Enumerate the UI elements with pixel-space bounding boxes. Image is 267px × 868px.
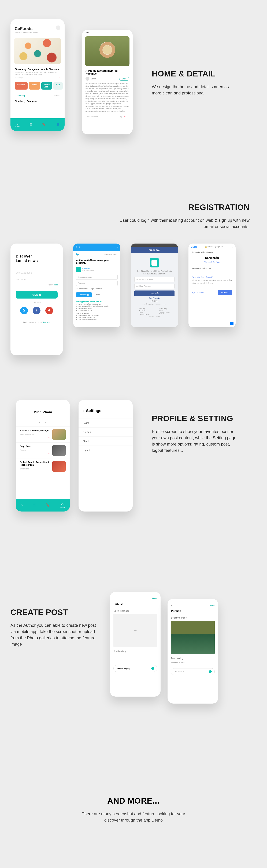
url-label: 🔒 accounts.google.com [205, 246, 224, 248]
fb-password-input[interactable]: Mật khẩu Facebook [134, 284, 174, 289]
nav-home-icon[interactable]: ⌂ [21, 503, 23, 507]
heading-label: Post heading [168, 654, 218, 661]
article-title[interactable]: Strawberry, Orange and Vanilla Chia Jam [10, 66, 65, 71]
phone-login: Discover Latest news EMAIL ADDRESS PASSW… [10, 244, 63, 355]
back-icon[interactable]: ‹ [83, 409, 84, 412]
category-select[interactable]: Health Care [171, 668, 215, 675]
hero-image[interactable] [14, 38, 61, 64]
fb-login-button[interactable]: Đăng nhập [134, 290, 174, 296]
section-desc: There are many screenshot and feature lo… [81, 811, 186, 823]
signup-link[interactable]: Sign up for Twitter › [104, 254, 118, 255]
authorize-button[interactable]: Authorize app [76, 292, 92, 297]
article-subtitle: Last weekend I went to the markets on Su… [10, 71, 65, 77]
post-row[interactable]: Jago Food 3 years ago [16, 442, 70, 458]
share-button[interactable]: Share [119, 77, 129, 81]
bookmark-icon[interactable]: ☐ [128, 116, 129, 118]
fb-later-link[interactable]: Lúc khác [131, 300, 178, 302]
category-select[interactable]: Select Category [113, 665, 157, 672]
email-field[interactable]: EMAIL ADDRESS [10, 269, 63, 275]
perm-item: Read Tweets from your timeline. [78, 303, 118, 305]
section-title: PROFILE & SETTING [152, 414, 239, 423]
tab-count-2[interactable]: 6 [45, 421, 46, 423]
back-icon[interactable]: ‹ [113, 597, 114, 600]
next-button[interactable]: Next [152, 597, 157, 600]
phone-facebook: facebook Hãy đăng nhập vào tài khoản Fac… [131, 244, 178, 327]
fb-help[interactable]: Bạn cần trợ giúp? · Trung tâm trợ giúp [131, 303, 178, 305]
close-icon[interactable] [116, 246, 118, 249]
more-link[interactable]: more > [54, 94, 60, 97]
section-desc: User could login with their existing acc… [110, 217, 249, 230]
post-row[interactable]: Blackfriars Railway Bridge a few seconds… [16, 427, 70, 442]
trending-label: Trending [15, 94, 25, 97]
dropdown-icon [209, 670, 212, 673]
settings-item-rating[interactable]: Rating [78, 418, 133, 427]
author-name: Sarah [91, 78, 96, 80]
google-button[interactable]: G [45, 307, 53, 314]
forgot-link[interactable]: Forgot? Reset [10, 282, 63, 289]
nav-list-icon[interactable]: ☰ [30, 123, 32, 127]
nav-bookmark-icon[interactable]: 🔖 [46, 503, 50, 507]
perm-item: Post Tweets for you. [78, 310, 118, 311]
fb-create-link[interactable]: Tạo tài khoản [131, 297, 178, 299]
email-input[interactable] [192, 271, 232, 274]
heart-icon[interactable]: ♡ [48, 453, 50, 455]
share-icon[interactable]: ↑ [230, 322, 233, 325]
refresh-icon[interactable]: ↻ [231, 246, 233, 248]
fb-email-input[interactable]: Số di động hoặc email [134, 277, 174, 282]
bottom-nav: ⌂Home ☰ 🔖 👤 [10, 118, 65, 131]
select-image-label: Select the image [168, 614, 218, 621]
settings-item-about[interactable]: About [78, 436, 133, 445]
image-picker[interactable]: ＋ [113, 614, 157, 647]
author-avatar[interactable] [86, 77, 89, 81]
chat-icon[interactable]: 💬 [120, 116, 122, 118]
tab-count-1[interactable]: 2 [39, 421, 40, 423]
avatar-icon[interactable] [56, 26, 60, 30]
twitter-icon: 🐦 [76, 253, 79, 256]
back-link[interactable]: ‹ Đăng nhập bằng Google [189, 250, 236, 254]
signin-button[interactable]: SIGN IN [16, 291, 58, 299]
select-image-label: Select the image [110, 607, 161, 614]
heading-value[interactable]: post title is here [168, 661, 218, 664]
comment-field[interactable]: Add a comment... [86, 116, 99, 118]
category-main[interactable]: Main [54, 82, 63, 90]
forgot-email-link[interactable]: Bạn quên địa chỉ email? [192, 276, 232, 278]
phone-google: Cancel 🔒 accounts.google.com ↻ ‹ Đăng nh… [189, 244, 236, 327]
section-desc: Profile screen to show your favorites po… [152, 428, 239, 454]
category-desserts[interactable]: Desserts [15, 82, 28, 90]
nav-profile-icon[interactable]: 👤 [56, 123, 60, 127]
twitter-button[interactable]: 𝕏 [20, 307, 28, 314]
register-link[interactable]: Don't have an account? Register [10, 321, 63, 323]
settings-item-logout[interactable]: Logout [78, 445, 133, 455]
nav-settings[interactable]: ⚙Setting [60, 502, 65, 508]
detail-title: A Middle Eastern Inspired Hummus [82, 67, 133, 77]
next-button[interactable]: Tiếp theo [218, 290, 232, 295]
next-button[interactable]: Next [210, 604, 215, 607]
cancel-button[interactable]: Cancel [191, 246, 197, 248]
app-logo: CeFoods [15, 26, 60, 31]
settings-item-help[interactable]: Get help [78, 427, 133, 436]
category-drinks[interactable]: Drinks [29, 82, 40, 90]
like-icon[interactable]: ♥ [125, 116, 126, 118]
password-field[interactable]: PASSWORD [10, 275, 63, 282]
back-icon[interactable]: ‹ [171, 604, 172, 607]
create-account-link[interactable]: Tạo tài khoản [192, 291, 204, 294]
image-picker[interactable] [171, 621, 215, 654]
password-input[interactable]: Password [76, 281, 118, 286]
remember-row[interactable]: ☐ Remember me · Forgot password? [73, 287, 121, 291]
cancel-button[interactable]: Cancel [93, 292, 102, 297]
post-time: a few seconds ago [20, 433, 50, 435]
login-title: Đăng nhập [189, 254, 236, 261]
trending-item[interactable]: Strawberry, Orange and [10, 99, 65, 104]
category-health[interactable]: Health Care [41, 82, 52, 90]
fb-languages[interactable]: Tiếng Việt中文(台灣) 日本語Français (France) En… [131, 305, 178, 316]
heart-icon[interactable]: ♡ [48, 437, 50, 439]
nav-list-icon[interactable]: ☰ [33, 503, 36, 507]
post-row[interactable]: Grilled Peach, Proscuitto & Rocket Pizza… [16, 458, 70, 474]
heart-icon[interactable]: ♡ [59, 77, 60, 79]
username-input[interactable]: Username or email [76, 275, 118, 280]
heading-input[interactable] [113, 657, 157, 663]
facebook-button[interactable]: f [33, 307, 40, 314]
nav-bookmark-icon[interactable]: 🔖 [42, 123, 46, 127]
bottom-nav: ⌂ ☰ 🔖 ⚙Setting [16, 499, 70, 512]
nav-home[interactable]: ⌂Home [15, 122, 20, 128]
